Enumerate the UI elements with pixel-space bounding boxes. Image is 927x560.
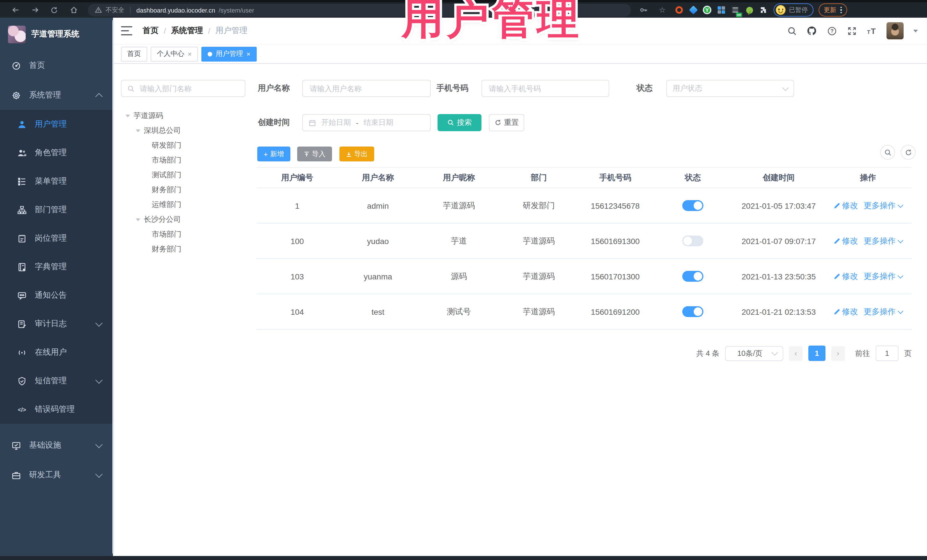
caret-down-icon[interactable] — [136, 218, 140, 221]
caret-down-icon[interactable] — [136, 129, 140, 132]
search-button[interactable]: 搜索 — [438, 114, 482, 131]
dept-search-box — [121, 80, 245, 97]
column-header: 操作 — [824, 173, 912, 183]
security-label[interactable]: 不安全 — [106, 6, 125, 14]
goto-page-input[interactable] — [876, 346, 898, 361]
tree-node-dept[interactable]: 财务部门 — [121, 182, 246, 197]
sidebar-scrollbar[interactable] — [112, 20, 114, 554]
sidebar-item-dev-tools[interactable]: 研发工具 — [0, 460, 113, 490]
font-size-icon[interactable]: TT — [866, 26, 877, 36]
sidebar-logo-row[interactable]: 芋道管理系统 — [0, 18, 113, 51]
close-icon[interactable]: × — [188, 50, 191, 58]
dept-search-input[interactable] — [138, 83, 239, 93]
sidebar-item-notice[interactable]: 通知公告 — [0, 281, 113, 310]
page-size-select[interactable]: 10条/页 — [725, 346, 783, 361]
url-host[interactable]: dashboard.yudao.iocoder.cn — [136, 6, 215, 14]
extension-ubuntu-icon[interactable] — [674, 5, 684, 15]
close-icon[interactable]: × — [246, 50, 251, 58]
edit-link[interactable]: 修改 — [833, 236, 858, 246]
add-button[interactable]: + 新增 — [257, 147, 290, 161]
sidebar-item-post-management[interactable]: 岗位管理 — [0, 224, 113, 253]
breadcrumb-system[interactable]: 系统管理 — [171, 26, 203, 36]
sidebar-item-sms-management[interactable]: 短信管理 — [0, 367, 113, 395]
sidebar-item-infrastructure[interactable]: 基础设施 — [0, 431, 113, 460]
status-toggle[interactable] — [682, 306, 704, 317]
column-header: 部门 — [500, 173, 578, 183]
tab-profile[interactable]: 个人中心 × — [150, 47, 198, 61]
password-key-icon[interactable] — [637, 4, 650, 16]
date-range-picker[interactable]: 开始日期 - 结束日期 — [302, 114, 431, 131]
mobile-input[interactable] — [488, 83, 603, 93]
help-icon[interactable]: ? — [827, 26, 837, 36]
edit-link[interactable]: 修改 — [833, 271, 858, 281]
sidebar-item-user-management[interactable]: 用户管理 — [0, 110, 113, 138]
search-icon[interactable] — [787, 26, 797, 36]
edit-link[interactable]: 修改 — [833, 307, 858, 317]
sidebar-item-dict-management[interactable]: 字典管理 — [0, 253, 113, 281]
fullscreen-icon[interactable] — [846, 26, 857, 36]
breadcrumb-home[interactable]: 首页 — [143, 26, 159, 36]
more-actions-link[interactable]: 更多操作 — [864, 307, 903, 317]
tree-node-dept[interactable]: 财务部门 — [121, 242, 246, 256]
tree-node-company[interactable]: 长沙分公司 — [121, 212, 246, 227]
sidebar-item-menu-management[interactable]: 菜单管理 — [0, 167, 113, 196]
browser-menu-icon[interactable] — [840, 7, 842, 14]
user-menu-caret-icon[interactable] — [913, 29, 918, 32]
refresh-table-button[interactable] — [901, 145, 916, 160]
sidebar-item-dept-management[interactable]: 部门管理 — [0, 196, 113, 224]
bookmark-star-icon[interactable]: ☆ — [655, 4, 669, 16]
caret-down-icon[interactable] — [126, 114, 130, 117]
sidebar-item-error-code[interactable]: </> 错误码管理 — [0, 395, 113, 424]
extension-list-icon[interactable]: on — [731, 5, 740, 15]
url-bar[interactable]: 不安全 dashboard.yudao.iocoder.cn/system/us… — [88, 4, 631, 16]
import-button[interactable]: 导入 — [297, 147, 332, 161]
more-actions-link[interactable]: 更多操作 — [864, 271, 903, 281]
tree-node-root[interactable]: 芋道源码 — [121, 108, 246, 123]
edit-link[interactable]: 修改 — [833, 200, 858, 211]
cell-username: test — [338, 307, 418, 316]
sidebar-item-system[interactable]: 系统管理 — [0, 80, 113, 110]
extension-puzzle-icon[interactable] — [759, 5, 768, 15]
status-toggle[interactable] — [682, 271, 704, 282]
current-page-button[interactable]: 1 — [808, 346, 825, 361]
browser-home-icon[interactable] — [67, 4, 81, 16]
more-actions-link[interactable]: 更多操作 — [864, 236, 903, 246]
extension-grid-icon[interactable] — [716, 5, 726, 15]
tree-node-company[interactable]: 深圳总公司 — [121, 123, 246, 138]
sidebar-collapse-icon[interactable] — [121, 26, 132, 35]
export-button[interactable]: 导出 — [339, 147, 374, 161]
username-input[interactable] — [308, 83, 424, 93]
github-icon[interactable] — [807, 26, 817, 36]
browser-back-icon[interactable] — [9, 4, 22, 16]
status-toggle[interactable] — [682, 200, 704, 211]
status-select[interactable]: 用户状态 — [666, 80, 794, 97]
show-search-button[interactable] — [880, 145, 895, 160]
breadcrumb-separator: / — [208, 26, 211, 35]
browser-update-button[interactable]: 更新 — [819, 3, 847, 17]
prev-page-button[interactable]: ‹ — [789, 346, 802, 361]
browser-reload-icon[interactable] — [47, 4, 61, 16]
sidebar-item-audit-log[interactable]: 审计日志 — [0, 310, 113, 338]
extension-key-icon[interactable] — [745, 5, 754, 15]
tree-node-dept[interactable]: 市场部门 — [121, 227, 246, 242]
tab-user-management[interactable]: 用户管理 × — [201, 47, 257, 61]
tab-home[interactable]: 首页 — [121, 47, 147, 61]
more-actions-link[interactable]: 更多操作 — [864, 200, 903, 211]
status-toggle[interactable] — [682, 235, 704, 246]
chevron-down-icon — [898, 237, 903, 243]
tree-node-dept[interactable]: 市场部门 — [121, 153, 246, 168]
sidebar-item-home[interactable]: 首页 — [0, 51, 113, 80]
browser-profile-button[interactable]: 已暂停 — [774, 3, 813, 17]
browser-forward-icon[interactable] — [28, 4, 42, 16]
breadcrumb-separator: / — [164, 26, 166, 35]
sidebar-item-role-management[interactable]: 角色管理 — [0, 138, 113, 167]
tree-node-dept[interactable]: 测试部门 — [121, 168, 246, 182]
tree-node-dept[interactable]: 运维部门 — [121, 197, 246, 212]
reset-button[interactable]: 重置 — [489, 114, 524, 131]
next-page-button[interactable]: › — [831, 346, 845, 361]
sidebar-item-online-users[interactable]: 在线用户 — [0, 338, 113, 367]
user-avatar[interactable] — [886, 22, 904, 39]
tree-node-dept[interactable]: 研发部门 — [121, 138, 246, 153]
extension-yudao-icon[interactable]: Y — [703, 6, 711, 14]
extension-gem-icon[interactable] — [688, 5, 698, 15]
